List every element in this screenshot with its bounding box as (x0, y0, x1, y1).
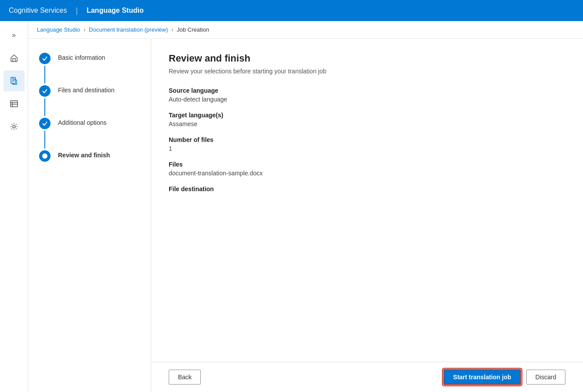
list-button[interactable] (4, 93, 25, 114)
checkmark-icon-additional (42, 120, 48, 127)
list-icon (10, 99, 18, 108)
review-panel: Review and finish Review your selections… (151, 39, 583, 392)
svg-rect-1 (11, 101, 18, 107)
wizard-step-additional: Additional options (39, 118, 140, 150)
step-line-1 (44, 66, 45, 83)
files-label: Files (169, 161, 565, 168)
breadcrumb-current: Job Creation (177, 26, 209, 33)
breadcrumb-language-studio[interactable]: Language Studio (37, 26, 80, 33)
review-section-num-files: Number of files 1 (169, 136, 565, 152)
step-label-basic: Basic information (58, 53, 105, 61)
wizard-step-review: Review and finish (39, 150, 140, 162)
svg-point-2 (13, 125, 15, 128)
breadcrumb-chevron-2: › (171, 27, 173, 33)
review-section-target-language: Target language(s) Assamese (169, 112, 565, 127)
step-label-additional: Additional options (58, 118, 107, 126)
step-label-review: Review and finish (58, 150, 110, 159)
step-circle-review (39, 150, 51, 162)
settings-button[interactable] (4, 116, 25, 137)
target-language-label: Target language(s) (169, 112, 565, 119)
step-line-2 (44, 98, 45, 116)
document-button[interactable] (4, 70, 25, 91)
review-content: Review and finish Review your selections… (151, 39, 583, 362)
breadcrumb-document-translation[interactable]: Document translation (preview) (89, 26, 168, 33)
step-circle-additional (39, 118, 51, 129)
settings-icon (10, 122, 18, 131)
sidebar: » (0, 21, 28, 392)
start-translation-button[interactable]: Start translation job (443, 369, 521, 385)
document-icon (10, 76, 18, 85)
expand-icon: » (12, 31, 16, 39)
step-label-files: Files and destination (58, 85, 114, 94)
checkmark-icon-files (42, 88, 48, 94)
num-files-label: Number of files (169, 136, 565, 143)
back-button[interactable]: Back (169, 370, 201, 385)
source-language-value: Auto-detect language (169, 96, 565, 103)
app-title: Language Studio (87, 7, 144, 15)
active-dot (42, 153, 47, 159)
wizard-panel: Basic information Files and destination (28, 39, 151, 392)
main-area: Language Studio › Document translation (… (28, 21, 583, 392)
step-line-3 (44, 131, 45, 149)
file-destination-label: File destination (169, 185, 565, 192)
main-layout: » (0, 21, 583, 392)
num-files-value: 1 (169, 145, 565, 152)
review-section-files: Files document-translation-sample.docx (169, 161, 565, 177)
wizard-step-files: Files and destination (39, 85, 140, 118)
home-button[interactable] (4, 47, 25, 69)
home-icon (10, 54, 18, 62)
content-area: Basic information Files and destination (28, 39, 583, 392)
breadcrumb-chevron-1: › (83, 27, 85, 33)
checkmark-icon-basic (42, 55, 48, 62)
review-title: Review and finish (169, 53, 565, 64)
breadcrumb: Language Studio › Document translation (… (28, 21, 583, 39)
step-circle-basic (39, 53, 51, 64)
source-language-label: Source language (169, 87, 565, 94)
files-value: document-translation-sample.docx (169, 170, 565, 177)
brand-label: Cognitive Services (9, 7, 67, 15)
expand-button[interactable]: » (4, 25, 25, 46)
review-subtitle: Review your selections before starting y… (169, 68, 565, 75)
wizard-step-basic-information: Basic information (39, 53, 140, 85)
top-header: Cognitive Services | Language Studio (0, 0, 583, 21)
target-language-value: Assamese (169, 120, 565, 127)
step-circle-files (39, 85, 51, 97)
review-section-file-destination: File destination (169, 185, 565, 192)
discard-button[interactable]: Discard (526, 370, 565, 385)
header-divider: | (76, 6, 78, 15)
review-section-source-language: Source language Auto-detect language (169, 87, 565, 103)
review-footer: Back Start translation job Discard (151, 362, 583, 392)
